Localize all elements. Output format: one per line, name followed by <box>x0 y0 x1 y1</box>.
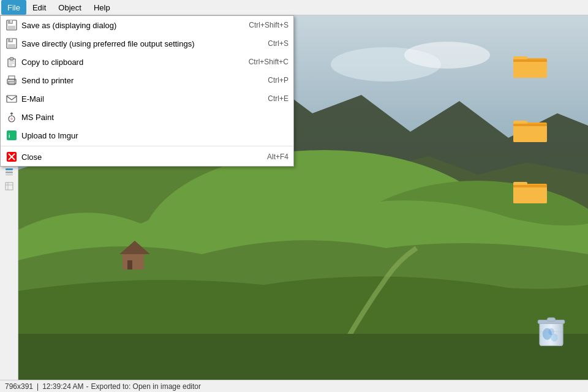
svg-point-65 <box>14 80 15 81</box>
svg-rect-54 <box>10 39 12 41</box>
imgur-label: Upload to Imgur <box>21 131 276 140</box>
imgur-icon: i <box>6 129 18 141</box>
svg-rect-43 <box>6 172 13 173</box>
svg-rect-25 <box>513 185 547 203</box>
status-timestamp: 12:39:24 AM <box>42 382 83 391</box>
mspaint-label: MS Paint <box>21 113 276 122</box>
svg-rect-42 <box>6 168 13 170</box>
svg-text:i: i <box>9 133 10 139</box>
menu-item-send-printer[interactable]: Send to printer Ctrl+P <box>1 71 293 89</box>
paint-icon <box>6 111 18 123</box>
statusbar: 796x391 | 12:39:24 AM - Exported to: Ope… <box>0 380 588 392</box>
svg-point-68 <box>10 118 13 120</box>
svg-rect-30 <box>547 318 555 322</box>
svg-rect-51 <box>8 26 15 29</box>
send-printer-label: Send to printer <box>21 76 255 85</box>
svg-rect-21 <box>513 124 547 142</box>
send-printer-shortcut: Ctrl+P <box>268 76 288 85</box>
svg-rect-17 <box>513 59 547 78</box>
email-label: E-Mail <box>21 94 255 104</box>
menubar: File Edit Object Help <box>0 0 588 15</box>
status-sep2: - <box>86 382 89 391</box>
clipboard-icon <box>6 56 18 68</box>
copy-clipboard-shortcut: Ctrl+Shift+C <box>249 58 288 66</box>
status-export: Exported to: Open in image editor <box>91 382 201 391</box>
menu-item-save-as[interactable]: Save as (displaying dialog) Ctrl+Shift+S <box>1 16 293 34</box>
email-shortcut: Ctrl+E <box>268 94 288 103</box>
svg-rect-57 <box>10 58 13 60</box>
close-label: Close <box>21 153 255 162</box>
status-dimensions: 796x391 <box>5 382 33 391</box>
svg-rect-12 <box>127 260 132 270</box>
copy-clipboard-label: Copy to clipboard <box>21 58 236 67</box>
folder-icon-3[interactable] <box>508 178 551 205</box>
extra-tool-2[interactable] <box>2 179 16 193</box>
svg-rect-55 <box>8 44 15 48</box>
printer-icon <box>6 74 18 86</box>
svg-rect-10 <box>123 254 144 270</box>
close-shortcut: Alt+F4 <box>267 153 288 161</box>
folder-icon-1[interactable] <box>508 52 551 80</box>
menu-file[interactable]: File <box>1 0 26 15</box>
svg-rect-45 <box>6 183 13 190</box>
menu-object[interactable]: Object <box>52 0 88 15</box>
svg-rect-13 <box>18 334 588 380</box>
menu-item-email[interactable]: E-Mail Ctrl+E <box>1 89 293 108</box>
file-dropdown-menu: Save as (displaying dialog) Ctrl+Shift+S… <box>0 15 294 167</box>
save-directly-shortcut: Ctrl+S <box>268 39 288 48</box>
menu-item-close[interactable]: Close Alt+F4 <box>1 146 293 166</box>
close-icon <box>6 151 18 163</box>
trash-icon[interactable] <box>533 315 570 349</box>
save-as-icon <box>6 19 18 31</box>
menu-help[interactable]: Help <box>88 0 116 15</box>
save-directly-label: Save directly (using preferred file outp… <box>21 39 255 48</box>
menu-item-imgur[interactable]: i Upload to Imgur <box>1 126 293 145</box>
save-directly-icon <box>6 37 18 50</box>
svg-rect-18 <box>513 59 547 62</box>
svg-point-4 <box>404 42 490 69</box>
svg-rect-22 <box>513 124 547 126</box>
email-icon <box>6 92 18 105</box>
menu-item-mspaint[interactable]: MS Paint <box>1 108 293 126</box>
save-as-label: Save as (displaying dialog) <box>21 21 236 30</box>
menu-edit[interactable]: Edit <box>26 0 52 15</box>
folder-icon-2[interactable] <box>508 116 551 144</box>
svg-rect-50 <box>10 20 12 23</box>
svg-rect-44 <box>6 175 13 175</box>
menu-item-copy-clipboard[interactable]: Copy to clipboard Ctrl+Shift+C <box>1 53 293 71</box>
menu-item-save-directly[interactable]: Save directly (using preferred file outp… <box>1 34 293 53</box>
save-as-shortcut: Ctrl+Shift+S <box>249 21 288 29</box>
svg-rect-66 <box>7 96 17 102</box>
svg-rect-26 <box>513 185 547 187</box>
extra-tool-1[interactable] <box>2 165 16 178</box>
status-separator: | <box>37 382 39 391</box>
